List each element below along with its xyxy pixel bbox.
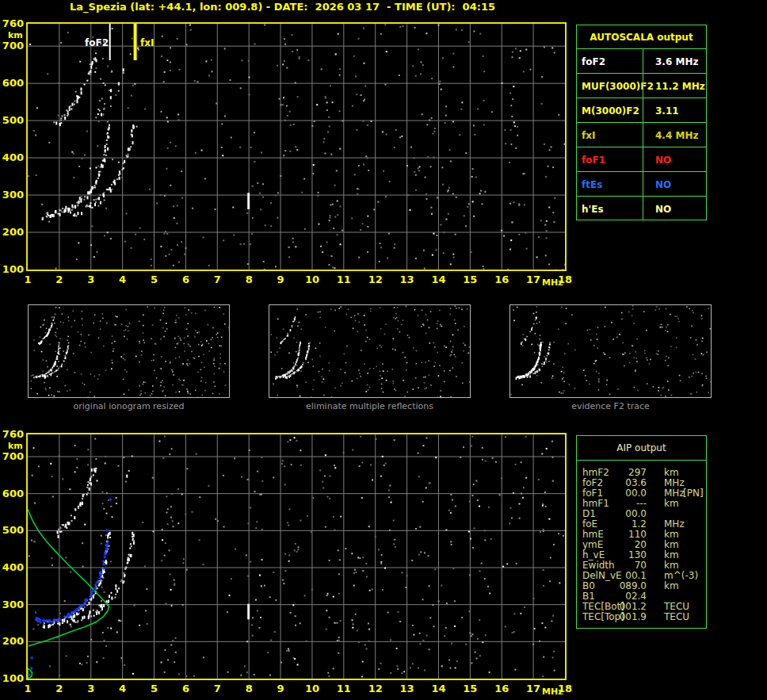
- autoscala-row-muf-3000-f2: MUF(3000)F211.2 MHz: [577, 73, 706, 98]
- parameter-value: 11.2 MHz: [655, 81, 705, 92]
- y-tick-label: 700: [2, 40, 24, 52]
- x-tick-label: 1: [19, 683, 36, 694]
- x-tick-label: 11: [335, 683, 353, 694]
- thumbnail-caption-eliminate: eliminate multiple reflections: [269, 401, 471, 411]
- x-tick-label: 6: [177, 683, 194, 694]
- y-tick-label: 400: [2, 562, 24, 573]
- y-tick-label: 300: [2, 599, 24, 610]
- parameter-label: h'Es: [582, 204, 604, 215]
- y-tick-label: 760: [2, 429, 24, 440]
- bottom-ionogram-plot: [26, 433, 567, 680]
- x-tick-label: 16: [493, 683, 510, 694]
- aip-table-header: AIP output: [577, 442, 706, 453]
- x-tick-label: 4: [114, 683, 132, 694]
- fxI-marker-label: fxI: [140, 37, 154, 48]
- parameter-value: NO: [655, 155, 671, 166]
- aip-row-tec-top-: TEC[Top]001.9TECU: [577, 612, 706, 622]
- autoscala-row-fxi: fxI4.4 MHz: [577, 122, 706, 147]
- x-tick-label: 15: [461, 683, 479, 694]
- x-tick-label: 13: [399, 683, 416, 694]
- autoscala-output-screen: { "title": "La_Spezia (lat: +44.1, lon: …: [0, 0, 767, 700]
- parameter-flag: [PN]: [683, 488, 704, 499]
- x-tick-label: 15: [461, 274, 479, 285]
- parameter-value: 3.11: [655, 105, 679, 117]
- top-ionogram-plot: [26, 22, 567, 271]
- parameter-value: 001.9: [609, 612, 647, 622]
- x-tick-label: 17: [525, 274, 542, 285]
- autoscala-row-fof2: foF23.6 MHz: [577, 48, 706, 74]
- parameter-label: foF1: [582, 155, 605, 166]
- thumbnail-eliminate-reflections: [269, 304, 471, 398]
- thumbnail-caption-evidence: evidence F2 trace: [509, 401, 712, 411]
- x-tick-label: 10: [303, 683, 321, 694]
- x-tick-label: 14: [429, 274, 447, 285]
- top-plot-y-unit-label: km: [8, 30, 23, 40]
- x-tick-label: 2: [51, 274, 68, 285]
- thumbnail-original-ionogram: [28, 304, 230, 398]
- autoscala-row-m-3000-f2: M(3000)F23.11: [577, 98, 706, 123]
- x-tick-label: 12: [367, 683, 384, 694]
- autoscala-row-h-es: h'EsNO: [577, 196, 706, 221]
- bottom-plot-y-unit-label: km: [8, 441, 23, 451]
- parameter-value: NO: [655, 179, 671, 190]
- foF2-marker-label: foF2: [78, 37, 109, 48]
- x-tick-label: 5: [146, 274, 163, 285]
- autoscala-row-ftes: ftEsNO: [577, 171, 706, 197]
- x-tick-label: 12: [367, 274, 384, 285]
- station-date-time-title: La_Spezia (lat: +44.1, lon: 009.8) - DAT…: [70, 1, 495, 13]
- parameter-label: fxI: [582, 130, 595, 141]
- thumbnail-eliminate-canvas: [269, 305, 470, 397]
- thumbnail-original-canvas: [29, 305, 229, 397]
- y-tick-label: 760: [2, 18, 24, 29]
- y-tick-label: 100: [2, 264, 24, 275]
- parameter-unit: km: [664, 581, 679, 591]
- y-tick-label: 100: [2, 673, 24, 684]
- x-tick-label: 1: [19, 274, 36, 285]
- autoscala-table-header: AUTOSCALA output: [577, 32, 706, 43]
- bottom-plot-x-unit-label: MHz: [542, 687, 563, 697]
- x-tick-label: 7: [208, 683, 226, 694]
- top-ionogram-canvas: [28, 24, 565, 270]
- x-tick-label: 11: [335, 274, 353, 285]
- x-tick-label: 3: [82, 683, 100, 694]
- y-tick-label: 200: [2, 636, 24, 647]
- thumbnail-evidence-canvas: [510, 305, 711, 397]
- parameter-value: 3.6 MHz: [655, 56, 698, 67]
- x-tick-label: 6: [177, 274, 194, 285]
- x-tick-label: 4: [114, 274, 132, 285]
- x-tick-label: 8: [240, 683, 258, 694]
- y-tick-label: 700: [2, 451, 24, 462]
- autoscala-column-divider: [643, 48, 643, 220]
- bottom-ionogram-canvas: [28, 434, 565, 679]
- thumbnail-evidence-f2: [509, 304, 712, 398]
- parameter-label: M(3000)F2: [582, 105, 639, 117]
- parameter-value: 4.4 MHz: [655, 130, 698, 141]
- x-tick-label: 9: [272, 683, 289, 694]
- x-tick-label: 16: [493, 274, 510, 285]
- x-tick-label: 17: [525, 683, 542, 694]
- aip-header-divider: [577, 460, 706, 461]
- parameter-value: NO: [655, 204, 671, 215]
- top-plot-x-unit-label: MHz: [542, 277, 563, 288]
- x-tick-label: 10: [303, 274, 321, 285]
- y-tick-label: 300: [2, 189, 24, 201]
- x-tick-label: 7: [208, 274, 226, 285]
- autoscala-output-table: AUTOSCALA output foF23.6 MHzMUF(3000)F21…: [576, 25, 707, 220]
- parameter-label: ftEs: [582, 179, 602, 190]
- aip-output-table: AIP output hmF2297kmfoF203.6MHzfoF100.0M…: [576, 435, 707, 629]
- x-tick-label: 5: [146, 683, 163, 694]
- x-tick-label: 9: [272, 274, 289, 285]
- parameter-unit: km: [664, 499, 679, 509]
- y-tick-label: 400: [2, 152, 24, 163]
- x-tick-label: 14: [429, 683, 447, 694]
- parameter-label: foF2: [582, 56, 605, 67]
- x-tick-label: 2: [51, 683, 68, 694]
- y-tick-label: 500: [2, 525, 24, 536]
- y-tick-label: 500: [2, 115, 24, 126]
- y-tick-label: 600: [2, 488, 24, 499]
- y-tick-label: 600: [2, 78, 24, 89]
- autoscala-row-fof1: foF1NO: [577, 147, 706, 172]
- x-tick-label: 8: [240, 274, 258, 285]
- thumbnail-caption-original: original ionogram resized: [28, 401, 230, 411]
- parameter-unit: TECU: [664, 612, 689, 622]
